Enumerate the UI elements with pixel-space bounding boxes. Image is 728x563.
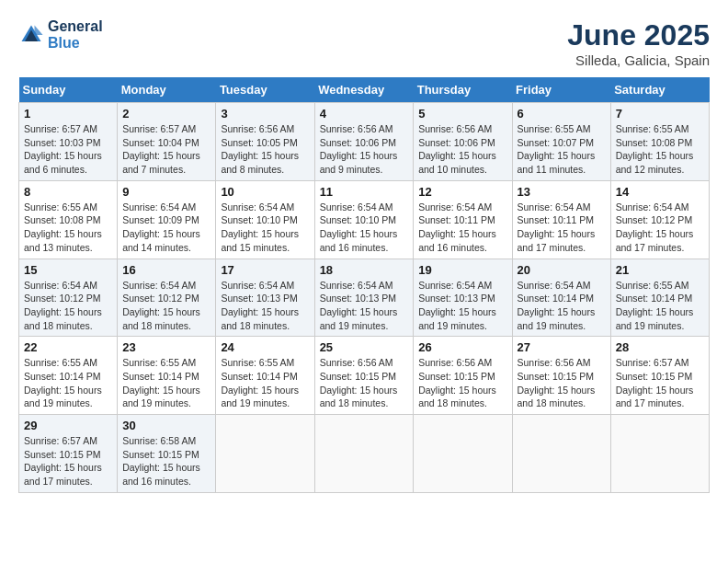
calendar-week-row: 8Sunrise: 6:55 AMSunset: 10:08 PMDayligh… [19, 180, 710, 259]
calendar-body: 1Sunrise: 6:57 AMSunset: 10:03 PMDayligh… [19, 103, 710, 493]
calendar-cell: 28Sunrise: 6:57 AMSunset: 10:15 PMDaylig… [610, 337, 709, 415]
day-info: Sunrise: 6:54 AMSunset: 10:10 PMDaylight… [320, 201, 409, 255]
day-info: Sunrise: 6:54 AMSunset: 10:13 PMDaylight… [320, 279, 409, 333]
calendar-cell: 12Sunrise: 6:54 AMSunset: 10:11 PMDaylig… [414, 180, 512, 259]
day-info: Sunrise: 6:56 AMSunset: 10:06 PMDaylight… [418, 122, 506, 177]
col-tuesday: Tuesday [216, 77, 314, 103]
calendar-cell [610, 415, 709, 493]
calendar-cell: 27Sunrise: 6:56 AMSunset: 10:15 PMDaylig… [512, 337, 610, 415]
calendar-cell: 8Sunrise: 6:55 AMSunset: 10:08 PMDayligh… [19, 180, 118, 259]
calendar-cell: 13Sunrise: 6:54 AMSunset: 10:11 PMDaylig… [512, 180, 610, 259]
day-number: 16 [122, 263, 210, 277]
logo: General Blue [18, 18, 103, 52]
location-title: Silleda, Galicia, Spain [567, 52, 710, 68]
calendar-cell: 9Sunrise: 6:54 AMSunset: 10:09 PMDayligh… [118, 180, 216, 259]
day-number: 26 [418, 340, 506, 354]
day-info: Sunrise: 6:56 AMSunset: 10:15 PMDaylight… [418, 356, 506, 410]
day-number: 3 [221, 107, 309, 121]
calendar-week-row: 1Sunrise: 6:57 AMSunset: 10:03 PMDayligh… [19, 103, 710, 181]
day-number: 8 [24, 185, 112, 199]
calendar-cell: 18Sunrise: 6:54 AMSunset: 10:13 PMDaylig… [314, 259, 414, 337]
day-number: 18 [320, 263, 409, 277]
day-info: Sunrise: 6:55 AMSunset: 10:14 PMDaylight… [221, 356, 309, 410]
calendar-cell: 30Sunrise: 6:58 AMSunset: 10:15 PMDaylig… [118, 415, 216, 493]
day-info: Sunrise: 6:56 AMSunset: 10:15 PMDaylight… [320, 356, 409, 410]
day-info: Sunrise: 6:54 AMSunset: 10:10 PMDaylight… [221, 201, 309, 255]
calendar-cell: 2Sunrise: 6:57 AMSunset: 10:04 PMDayligh… [118, 103, 216, 181]
calendar-header-row: Sunday Monday Tuesday Wednesday Thursday… [19, 77, 710, 103]
calendar-cell: 29Sunrise: 6:57 AMSunset: 10:15 PMDaylig… [19, 415, 118, 493]
calendar-cell: 3Sunrise: 6:56 AMSunset: 10:05 PMDayligh… [216, 103, 314, 181]
logo-icon [18, 22, 44, 48]
calendar-cell: 25Sunrise: 6:56 AMSunset: 10:15 PMDaylig… [314, 337, 414, 415]
calendar-cell: 7Sunrise: 6:55 AMSunset: 10:08 PMDayligh… [610, 103, 709, 181]
col-saturday: Saturday [610, 77, 709, 103]
day-number: 1 [24, 107, 112, 121]
calendar-cell [314, 415, 414, 493]
calendar-cell: 22Sunrise: 6:55 AMSunset: 10:14 PMDaylig… [19, 337, 118, 415]
day-number: 15 [24, 263, 112, 277]
svg-marker-2 [35, 26, 43, 36]
col-wednesday: Wednesday [314, 77, 414, 103]
calendar-table: Sunday Monday Tuesday Wednesday Thursday… [18, 77, 710, 493]
day-number: 24 [221, 340, 309, 354]
day-info: Sunrise: 6:55 AMSunset: 10:14 PMDaylight… [24, 356, 112, 410]
day-info: Sunrise: 6:56 AMSunset: 10:06 PMDaylight… [320, 122, 409, 177]
calendar-cell: 24Sunrise: 6:55 AMSunset: 10:14 PMDaylig… [216, 337, 314, 415]
day-info: Sunrise: 6:54 AMSunset: 10:13 PMDaylight… [418, 279, 506, 333]
calendar-cell: 21Sunrise: 6:55 AMSunset: 10:14 PMDaylig… [610, 259, 709, 337]
day-info: Sunrise: 6:57 AMSunset: 10:04 PMDaylight… [122, 122, 210, 177]
calendar-cell: 10Sunrise: 6:54 AMSunset: 10:10 PMDaylig… [216, 180, 314, 259]
calendar-cell [216, 415, 314, 493]
calendar-cell [512, 415, 610, 493]
day-number: 13 [518, 185, 606, 199]
day-number: 21 [616, 263, 704, 277]
calendar-cell: 1Sunrise: 6:57 AMSunset: 10:03 PMDayligh… [19, 103, 118, 181]
day-info: Sunrise: 6:54 AMSunset: 10:12 PMDaylight… [24, 279, 112, 333]
day-number: 23 [122, 340, 210, 354]
day-number: 28 [616, 340, 704, 354]
calendar-cell: 4Sunrise: 6:56 AMSunset: 10:06 PMDayligh… [314, 103, 414, 181]
day-info: Sunrise: 6:55 AMSunset: 10:14 PMDaylight… [616, 279, 704, 333]
day-number: 27 [518, 340, 606, 354]
calendar-cell: 14Sunrise: 6:54 AMSunset: 10:12 PMDaylig… [610, 180, 709, 259]
day-number: 11 [320, 185, 409, 199]
day-info: Sunrise: 6:58 AMSunset: 10:15 PMDaylight… [122, 434, 210, 488]
day-info: Sunrise: 6:55 AMSunset: 10:07 PMDaylight… [518, 122, 606, 177]
day-info: Sunrise: 6:56 AMSunset: 10:15 PMDaylight… [518, 356, 606, 410]
logo-text: General Blue [48, 18, 103, 52]
page-header: General Blue June 2025 Silleda, Galicia,… [18, 18, 710, 68]
day-info: Sunrise: 6:54 AMSunset: 10:09 PMDaylight… [122, 201, 210, 255]
calendar-week-row: 29Sunrise: 6:57 AMSunset: 10:15 PMDaylig… [19, 415, 710, 493]
month-title: June 2025 [567, 18, 710, 52]
calendar-cell: 5Sunrise: 6:56 AMSunset: 10:06 PMDayligh… [414, 103, 512, 181]
col-monday: Monday [118, 77, 216, 103]
day-info: Sunrise: 6:54 AMSunset: 10:11 PMDaylight… [418, 201, 506, 255]
day-info: Sunrise: 6:55 AMSunset: 10:14 PMDaylight… [122, 356, 210, 410]
calendar-cell: 19Sunrise: 6:54 AMSunset: 10:13 PMDaylig… [414, 259, 512, 337]
day-number: 30 [122, 419, 210, 432]
calendar-cell: 20Sunrise: 6:54 AMSunset: 10:14 PMDaylig… [512, 259, 610, 337]
calendar-week-row: 22Sunrise: 6:55 AMSunset: 10:14 PMDaylig… [19, 337, 710, 415]
day-number: 20 [518, 263, 606, 277]
calendar-cell: 11Sunrise: 6:54 AMSunset: 10:10 PMDaylig… [314, 180, 414, 259]
day-number: 22 [24, 340, 112, 354]
calendar-cell: 26Sunrise: 6:56 AMSunset: 10:15 PMDaylig… [414, 337, 512, 415]
calendar-cell: 15Sunrise: 6:54 AMSunset: 10:12 PMDaylig… [19, 259, 118, 337]
title-block: June 2025 Silleda, Galicia, Spain [567, 18, 710, 68]
day-number: 19 [418, 263, 506, 277]
day-info: Sunrise: 6:56 AMSunset: 10:05 PMDaylight… [221, 122, 309, 177]
day-number: 14 [616, 185, 704, 199]
day-info: Sunrise: 6:54 AMSunset: 10:12 PMDaylight… [122, 279, 210, 333]
day-number: 4 [320, 107, 409, 121]
day-number: 7 [616, 107, 704, 121]
day-info: Sunrise: 6:54 AMSunset: 10:14 PMDaylight… [518, 279, 606, 333]
calendar-cell: 17Sunrise: 6:54 AMSunset: 10:13 PMDaylig… [216, 259, 314, 337]
day-info: Sunrise: 6:57 AMSunset: 10:15 PMDaylight… [24, 434, 112, 488]
calendar-cell: 16Sunrise: 6:54 AMSunset: 10:12 PMDaylig… [118, 259, 216, 337]
day-number: 17 [221, 263, 309, 277]
day-info: Sunrise: 6:57 AMSunset: 10:15 PMDaylight… [616, 356, 704, 410]
day-number: 10 [221, 185, 309, 199]
day-number: 9 [122, 185, 210, 199]
calendar-cell [414, 415, 512, 493]
